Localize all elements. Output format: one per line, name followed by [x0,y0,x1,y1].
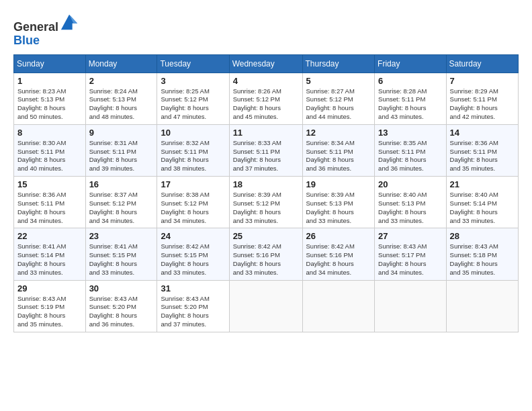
day-number: 14 [450,128,515,138]
day-number: 29 [17,283,82,293]
calendar-day-header: Wednesday [229,54,302,73]
day-info: Sunrise: 8:35 AM Sunset: 5:11 PM Dayligh… [378,139,442,173]
day-number: 12 [306,128,371,138]
day-number: 3 [161,76,225,86]
day-info: Sunrise: 8:43 AM Sunset: 5:18 PM Dayligh… [450,242,515,277]
day-number: 17 [161,179,225,189]
calendar-table: SundayMondayTuesdayWednesdayThursdayFrid… [13,54,519,332]
day-number: 18 [233,179,299,189]
day-info: Sunrise: 8:26 AM Sunset: 5:12 PM Dayligh… [233,87,299,122]
day-number: 23 [89,231,154,241]
day-info: Sunrise: 8:43 AM Sunset: 5:19 PM Dayligh… [17,295,82,329]
day-number: 16 [89,179,154,189]
day-info: Sunrise: 8:33 AM Sunset: 5:11 PM Dayligh… [233,139,299,173]
calendar-cell: 20Sunrise: 8:40 AM Sunset: 5:13 PM Dayli… [375,177,446,228]
day-number: 11 [233,128,299,138]
calendar-day-header: Thursday [302,54,375,73]
day-info: Sunrise: 8:39 AM Sunset: 5:13 PM Dayligh… [306,191,371,225]
calendar-cell: 16Sunrise: 8:37 AM Sunset: 5:12 PM Dayli… [85,177,157,228]
day-number: 9 [89,128,154,138]
calendar-day-header: Saturday [446,54,518,73]
calendar-cell: 18Sunrise: 8:39 AM Sunset: 5:12 PM Dayli… [229,177,302,228]
calendar-week-row: 15Sunrise: 8:36 AM Sunset: 5:11 PM Dayli… [14,177,519,228]
day-info: Sunrise: 8:39 AM Sunset: 5:12 PM Dayligh… [233,191,299,225]
calendar-cell: 6Sunrise: 8:28 AM Sunset: 5:11 PM Daylig… [375,73,446,124]
day-info: Sunrise: 8:27 AM Sunset: 5:12 PM Dayligh… [306,87,371,122]
day-info: Sunrise: 8:36 AM Sunset: 5:11 PM Dayligh… [17,191,82,225]
calendar-cell: 14Sunrise: 8:36 AM Sunset: 5:11 PM Dayli… [446,124,518,176]
calendar-cell: 12Sunrise: 8:34 AM Sunset: 5:11 PM Dayli… [302,124,375,176]
day-info: Sunrise: 8:29 AM Sunset: 5:11 PM Dayligh… [450,87,515,122]
day-number: 30 [89,283,154,293]
day-number: 2 [89,76,154,86]
calendar-cell: 19Sunrise: 8:39 AM Sunset: 5:13 PM Dayli… [302,177,375,228]
header: General Blue [13,12,519,48]
calendar-cell: 2Sunrise: 8:24 AM Sunset: 5:13 PM Daylig… [85,73,157,124]
day-number: 6 [378,76,442,86]
calendar-cell: 4Sunrise: 8:26 AM Sunset: 5:12 PM Daylig… [229,73,302,124]
day-number: 15 [17,179,82,189]
calendar-cell: 27Sunrise: 8:43 AM Sunset: 5:17 PM Dayli… [375,228,446,280]
day-info: Sunrise: 8:41 AM Sunset: 5:14 PM Dayligh… [17,242,82,277]
calendar-day-header: Friday [375,54,446,73]
day-info: Sunrise: 8:40 AM Sunset: 5:13 PM Dayligh… [378,191,442,225]
calendar-week-row: 22Sunrise: 8:41 AM Sunset: 5:14 PM Dayli… [14,228,519,280]
calendar-cell: 22Sunrise: 8:41 AM Sunset: 5:14 PM Dayli… [14,228,86,280]
calendar-week-row: 8Sunrise: 8:30 AM Sunset: 5:11 PM Daylig… [14,124,519,176]
calendar-cell: 26Sunrise: 8:42 AM Sunset: 5:16 PM Dayli… [302,228,375,280]
logo-text: General Blue [13,12,79,48]
calendar-cell: 11Sunrise: 8:33 AM Sunset: 5:11 PM Dayli… [229,124,302,176]
day-number: 24 [161,231,225,241]
calendar-cell: 8Sunrise: 8:30 AM Sunset: 5:11 PM Daylig… [14,124,86,176]
day-info: Sunrise: 8:43 AM Sunset: 5:20 PM Dayligh… [89,295,154,329]
day-number: 25 [233,231,299,241]
day-info: Sunrise: 8:28 AM Sunset: 5:11 PM Dayligh… [378,87,442,122]
day-number: 27 [378,231,442,241]
calendar-cell: 31Sunrise: 8:43 AM Sunset: 5:20 PM Dayli… [157,280,229,332]
day-number: 13 [378,128,442,138]
calendar-day-header: Monday [85,54,157,73]
calendar-cell: 30Sunrise: 8:43 AM Sunset: 5:20 PM Dayli… [85,280,157,332]
calendar-day-header: Sunday [14,54,86,73]
calendar-cell: 24Sunrise: 8:42 AM Sunset: 5:15 PM Dayli… [157,228,229,280]
day-number: 5 [306,76,371,86]
day-info: Sunrise: 8:32 AM Sunset: 5:11 PM Dayligh… [161,139,225,173]
day-info: Sunrise: 8:41 AM Sunset: 5:15 PM Dayligh… [89,242,154,277]
day-info: Sunrise: 8:42 AM Sunset: 5:16 PM Dayligh… [306,242,371,277]
calendar-cell: 9Sunrise: 8:31 AM Sunset: 5:11 PM Daylig… [85,124,157,176]
day-number: 7 [450,76,515,86]
calendar-cell: 29Sunrise: 8:43 AM Sunset: 5:19 PM Dayli… [14,280,86,332]
day-info: Sunrise: 8:23 AM Sunset: 5:13 PM Dayligh… [17,87,82,122]
day-info: Sunrise: 8:24 AM Sunset: 5:13 PM Dayligh… [89,87,154,122]
day-info: Sunrise: 8:43 AM Sunset: 5:17 PM Dayligh… [378,242,442,277]
day-number: 1 [17,76,82,86]
calendar-cell: 13Sunrise: 8:35 AM Sunset: 5:11 PM Dayli… [375,124,446,176]
day-info: Sunrise: 8:37 AM Sunset: 5:12 PM Dayligh… [89,191,154,225]
calendar-cell: 23Sunrise: 8:41 AM Sunset: 5:15 PM Dayli… [85,228,157,280]
page: General Blue SundayMondayTuesdayWednesda… [0,0,532,339]
day-number: 20 [378,179,442,189]
calendar-week-row: 29Sunrise: 8:43 AM Sunset: 5:19 PM Dayli… [14,280,519,332]
calendar-cell [375,280,446,332]
calendar-cell: 25Sunrise: 8:42 AM Sunset: 5:16 PM Dayli… [229,228,302,280]
day-number: 28 [450,231,515,241]
calendar-cell: 28Sunrise: 8:43 AM Sunset: 5:18 PM Dayli… [446,228,518,280]
day-info: Sunrise: 8:34 AM Sunset: 5:11 PM Dayligh… [306,139,371,173]
day-info: Sunrise: 8:38 AM Sunset: 5:12 PM Dayligh… [161,191,225,225]
day-info: Sunrise: 8:25 AM Sunset: 5:12 PM Dayligh… [161,87,225,122]
calendar-week-row: 1Sunrise: 8:23 AM Sunset: 5:13 PM Daylig… [14,73,519,124]
day-number: 19 [306,179,371,189]
day-info: Sunrise: 8:43 AM Sunset: 5:20 PM Dayligh… [161,295,225,329]
day-number: 4 [233,76,299,86]
day-info: Sunrise: 8:31 AM Sunset: 5:11 PM Dayligh… [89,139,154,173]
logo: General Blue [13,12,79,48]
calendar-cell: 1Sunrise: 8:23 AM Sunset: 5:13 PM Daylig… [14,73,86,124]
calendar-cell: 17Sunrise: 8:38 AM Sunset: 5:12 PM Dayli… [157,177,229,228]
day-info: Sunrise: 8:42 AM Sunset: 5:16 PM Dayligh… [233,242,299,277]
calendar-cell [302,280,375,332]
day-number: 8 [17,128,82,138]
calendar-cell: 15Sunrise: 8:36 AM Sunset: 5:11 PM Dayli… [14,177,86,228]
logo-blue: Blue [13,34,40,47]
day-number: 31 [161,283,225,293]
day-info: Sunrise: 8:30 AM Sunset: 5:11 PM Dayligh… [17,139,82,173]
